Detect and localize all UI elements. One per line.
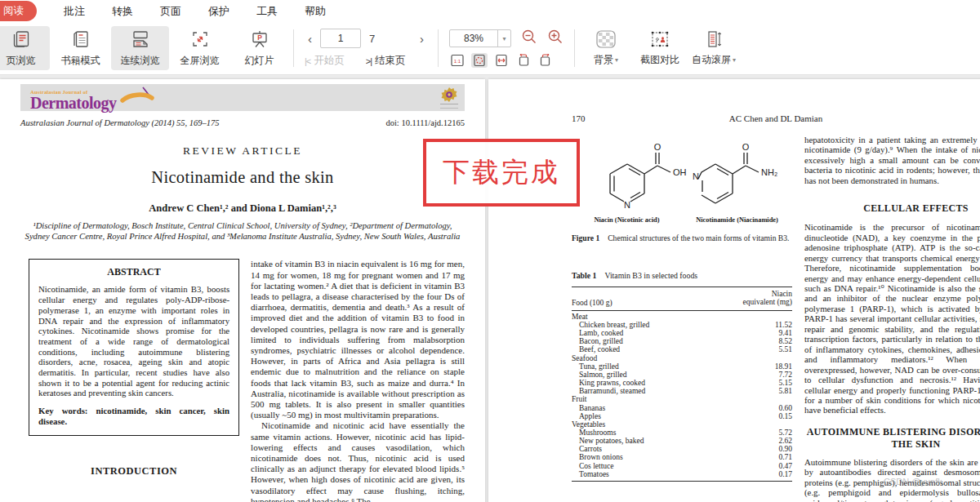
slideshow-icon: P (249, 29, 270, 52)
svg-text:N: N (693, 171, 699, 181)
menu-protect[interactable]: 保护 (208, 4, 229, 19)
next-page-icon[interactable]: › (416, 32, 427, 46)
menu-page[interactable]: 页面 (160, 4, 181, 19)
svg-text:O: O (742, 142, 750, 152)
stamp-text: 下载完成 (443, 154, 560, 191)
csdn-watermark: CSDN @yunfk (884, 477, 942, 486)
view-mode-label: 页浏览 (7, 54, 36, 68)
blistering-heading: AUTOIMMUNE BLISTERING DISORDERS OF THE S… (804, 426, 980, 451)
menu-bar: 阅读 批注 转换 页面 保护 工具 帮助 (0, 0, 980, 22)
article-title: Nicotinamide and the skin (0, 168, 485, 187)
zoom-controls: 83% ▾ 1:1 (443, 22, 570, 74)
prev-page-icon[interactable]: ‹ (305, 32, 315, 46)
continuous-view-icon (130, 29, 151, 52)
screenshot-compare-button[interactable]: 截图对比 (633, 26, 687, 70)
menu-annotate[interactable]: 批注 (64, 4, 85, 19)
zoom-in-button[interactable] (547, 29, 564, 48)
background-label: 背景 (594, 53, 613, 67)
tab-read-active[interactable]: 阅读 (0, 1, 37, 21)
table-col-header-food: Food (100 g) (572, 299, 612, 307)
cellular-effects-heading: CELLULAR EFFECTS (804, 202, 980, 215)
fit-page-icon (472, 54, 487, 67)
body-paragraph: intake of vitamin B3 in niacin equivalen… (251, 259, 465, 420)
article-affiliations: ¹Discipline of Dermatology, Bosch Instit… (24, 220, 461, 242)
view-mode-label: 连续浏览 (121, 54, 160, 68)
table-row: Mushrooms5.72 (572, 429, 792, 437)
table-row: New potatoes, baked2.62 (572, 437, 792, 445)
document-viewport[interactable]: Australasian Journal of Dermatology Aust… (0, 75, 980, 502)
svg-text:N: N (624, 200, 630, 210)
figure1-caption: Figure 1Chemical structures of the two m… (572, 233, 792, 243)
zoom-out-button[interactable] (521, 29, 537, 48)
svg-text:1:1: 1:1 (454, 59, 461, 64)
page-navigation: ‹ 7 › |< 开始页 >| 结束页 (298, 22, 434, 74)
abstract-body: Nicotinamide, an amide form of vitamin B… (38, 284, 229, 398)
body-paragraph: Nicotinamide and nicotinic acid have ess… (251, 420, 465, 502)
fit-page-button[interactable] (471, 53, 488, 68)
journal-citation: Australasian Journal of Dermatology (201… (20, 118, 220, 127)
table-row: Bananas0.60 (572, 404, 792, 412)
rotate-left-button[interactable] (515, 53, 532, 68)
page-view-icon (11, 29, 32, 52)
zoom-level-dropdown[interactable]: 83% ▾ (449, 29, 511, 47)
chevron-down-icon: ▾ (733, 56, 736, 64)
table-row: Tomatoes0.17 (572, 470, 792, 478)
figure1-chemical-structures: O OH N O NH₂ N (580, 141, 784, 216)
rotate-left-icon (516, 54, 531, 67)
download-complete-stamp: 下载完成 (423, 139, 580, 207)
table-row: Vegetables (572, 420, 792, 429)
view-mode-continuous[interactable]: 连续浏览 (111, 26, 169, 70)
svg-text:NH₂: NH₂ (761, 167, 777, 177)
chevron-down-icon: ▾ (615, 56, 618, 64)
view-mode-label: 幻灯片 (245, 54, 274, 68)
menu-convert[interactable]: 转换 (112, 4, 133, 19)
logo-swoosh-icon (118, 85, 156, 111)
abstract-heading: ABSTRACT (38, 266, 229, 278)
auto-scroll-label: 自动滚屏 (692, 53, 731, 67)
view-mode-slideshow[interactable]: P 幻灯片 (230, 26, 288, 70)
page-number-input[interactable] (320, 29, 361, 48)
table-row: Brown onions0.71 (572, 453, 792, 461)
table-row: Bacon, grilled8.52 (572, 337, 792, 345)
end-page-icon: >| (366, 56, 372, 66)
go-start-page-button[interactable]: |< 开始页 (305, 54, 345, 68)
start-page-icon: |< (305, 56, 310, 66)
end-page-label: 结束页 (375, 54, 406, 68)
background-button[interactable]: 背景 ▾ (579, 26, 633, 70)
toolbar-separator (438, 29, 439, 67)
fullscreen-icon (189, 29, 211, 52)
view-mode-book[interactable]: 书籍模式 (51, 26, 109, 70)
view-mode-fullscreen[interactable]: 全屏浏览 (171, 26, 229, 70)
figure-structure-label: Niacin (Nicotinic acid) (572, 216, 682, 224)
view-mode-page[interactable]: 页浏览 (0, 26, 50, 70)
table-row: Carrots0.90 (572, 445, 792, 453)
zoom-dropdown-caret[interactable]: ▾ (497, 30, 510, 47)
table1-title: Table 1Vitamin B3 in selected foods (572, 271, 792, 280)
actual-size-button[interactable]: 1:1 (449, 53, 466, 68)
table-row: Barramundi, steamed5.81 (572, 387, 792, 395)
toolbar-separator (293, 29, 294, 67)
zoom-in-icon (547, 29, 564, 45)
toolbar-separator (574, 29, 575, 67)
fit-width-button[interactable] (493, 53, 510, 68)
journal-crest-icon (440, 87, 458, 109)
table-row: Meat (572, 313, 792, 321)
svg-text:O: O (654, 142, 662, 152)
journal-banner: Australasian Journal of Dermatology (20, 84, 465, 111)
screenshot-compare-icon (649, 30, 670, 51)
fit-width-icon (494, 54, 509, 67)
menu-help[interactable]: 帮助 (305, 4, 326, 19)
doi-text: doi: 10.1111/ajd.12165 (385, 118, 465, 127)
table-row: Lamb, cooked9.41 (572, 329, 792, 337)
go-end-page-button[interactable]: >| 结束页 (366, 54, 406, 68)
menu-tools[interactable]: 工具 (256, 4, 278, 19)
start-page-label: 开始页 (314, 54, 345, 68)
table-row: Apples0.15 (572, 412, 792, 420)
view-mode-label: 全屏浏览 (180, 54, 220, 68)
auto-scroll-button[interactable]: 自动滚屏 ▾ (687, 26, 741, 70)
table-row: Tuna, grilled18.91 (572, 362, 792, 371)
rotate-right-button[interactable] (537, 53, 554, 68)
rotate-right-icon (538, 54, 553, 67)
screenshot-compare-label: 截图对比 (640, 53, 679, 67)
running-head: AC Chen and DL Damian (572, 113, 980, 123)
